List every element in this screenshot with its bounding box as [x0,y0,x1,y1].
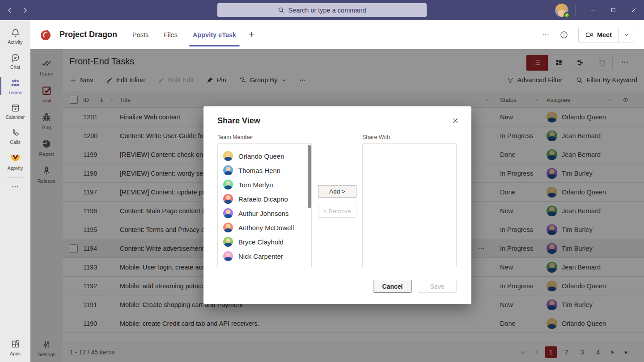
channel-tabs: Posts Files Appvity eTask [132,20,236,49]
member-avatar [223,223,233,232]
rail-item-activity[interactable]: Activity [0,24,30,49]
teams-people-icon [10,77,21,88]
team-member-label: Team Member [217,134,253,140]
minimize-button[interactable] [582,0,603,20]
channel-more-icon[interactable] [542,31,550,39]
rail-item-chat[interactable]: Chat [0,49,30,74]
teams-window: Search or type a command [0,0,644,362]
member-avatar [223,194,233,204]
member-name: Orlando Queen [238,152,284,160]
search-input[interactable]: Search or type a command [217,3,427,17]
member-avatar [223,165,233,175]
bell-icon [10,28,21,38]
rail-item-calls[interactable]: Calls [0,124,30,149]
chat-icon [10,53,21,63]
tab-posts[interactable]: Posts [132,20,148,49]
calendar-icon [10,103,21,113]
info-icon[interactable] [559,30,568,39]
member-list-item[interactable]: Orlando Queen [218,149,311,163]
tab-files[interactable]: Files [164,20,178,49]
meet-button[interactable]: Meet [579,27,619,42]
team-logo-dragon [38,28,53,42]
share-with-listbox[interactable] [362,143,457,267]
member-list-item[interactable]: Bryce Clayhold [218,235,311,249]
tab-appvity-etask[interactable]: Appvity eTask [193,20,236,49]
forward-icon[interactable] [20,5,30,16]
search-icon [278,7,284,13]
titlebar-divider [576,5,576,16]
member-avatar [223,251,233,261]
cancel-button[interactable]: Cancel [373,280,412,293]
channel-header: Project Dragon Posts Files Appvity eTask… [30,20,644,49]
rail-item-apps[interactable]: Apps [0,335,30,360]
member-list-item[interactable]: Nick Carpenter [218,249,311,263]
window-titlebar: Search or type a command [0,0,644,20]
search-placeholder: Search or type a command [288,7,366,14]
camera-icon [585,30,593,39]
rail-item-calender[interactable]: Calender [0,99,30,124]
apps-grid-icon [10,339,21,349]
member-list-item[interactable]: Authur Johnsons [218,206,311,220]
member-list-item[interactable]: Thomas Henn [218,163,311,177]
user-avatar[interactable] [555,4,568,17]
rail-more-icon[interactable] [11,181,19,192]
back-icon[interactable] [4,5,15,16]
history-nav [4,0,30,20]
member-avatar [223,208,233,218]
add-button[interactable]: Add > [318,185,356,198]
rail-divider [8,177,23,178]
member-avatar [223,151,233,161]
close-window-button[interactable] [623,0,644,20]
member-name: Anthony McDowell [238,224,294,232]
add-tab-button[interactable]: + [249,29,254,40]
appvity-logo-icon [9,152,21,164]
phone-icon [10,128,21,138]
titlebar-right [555,0,644,20]
share-with-label: Share With [362,134,390,140]
member-name: Authur Johnsons [238,210,289,217]
close-icon[interactable] [452,117,459,124]
save-button[interactable]: Save [418,280,457,293]
member-list-item[interactable]: Anthony McDowell [218,220,311,235]
member-name: Tom Merlyn [238,181,273,189]
rail-item-appvity[interactable]: Appvity [0,149,30,174]
meet-split-button: Meet [578,27,634,42]
rail-item-teams[interactable]: Teams [0,74,30,99]
teams-app-rail: Activity Chat Teams Calender Calls [0,20,30,362]
share-view-modal: Share View Team Member Share With Orland… [203,106,471,304]
modal-title: Share View [217,116,260,126]
member-name: Rafaelo Dicaprio [238,195,288,203]
team-member-listbox[interactable]: Orlando Queen Thomas Henn Tom Merlyn [217,143,312,267]
meet-dropdown-button[interactable] [619,27,634,42]
remove-button[interactable]: < Remove [318,205,356,218]
member-avatar [223,237,233,247]
member-name: Bryce Clayhold [238,238,284,246]
member-name: Nick Carpenter [238,253,283,260]
maximize-button[interactable] [603,0,623,20]
member-name: Thomas Henn [238,167,280,174]
member-avatar [223,180,233,189]
listbox-scrollbar[interactable] [308,145,311,208]
team-name: Project Dragon [59,30,117,39]
member-list-item[interactable]: Rafaelo Dicaprio [218,192,311,206]
presence-available-icon [564,12,570,18]
member-list-item[interactable]: Tom Merlyn [218,177,311,192]
